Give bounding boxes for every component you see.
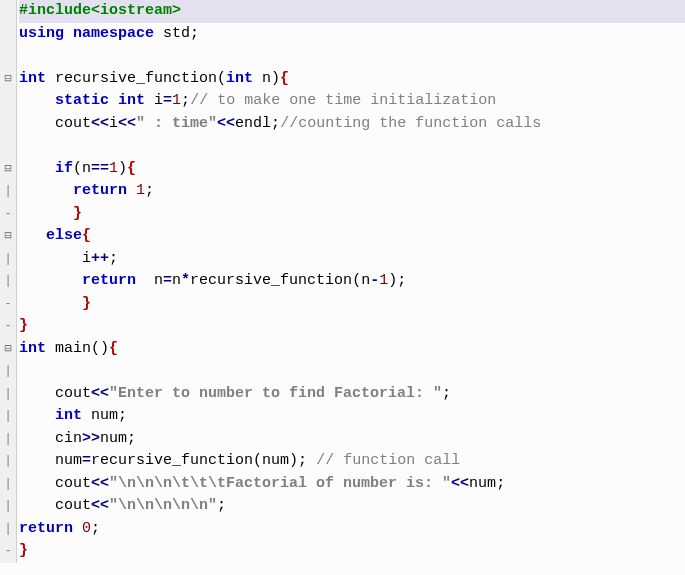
fold-marker [0,135,16,158]
token-k: using [19,25,64,42]
token-op: >> [82,430,100,447]
code-line: } [19,293,685,316]
token-op: << [118,115,136,132]
token-op: = [163,92,172,109]
token-op: << [91,475,109,492]
fold-marker: - [0,293,16,316]
token-op: << [91,115,109,132]
fold-marker [0,23,16,46]
token-id: main [46,340,91,357]
token-id [64,25,73,42]
token-n: 1 [109,160,118,177]
token-p: ; [298,452,307,469]
token-id: i [145,92,163,109]
fold-marker [0,113,16,136]
fold-marker [0,45,16,68]
token-id [19,407,55,424]
token-brace: { [109,340,118,357]
token-id: n [172,272,181,289]
token-c: // to make one time initialization [190,92,496,109]
token-id: num [100,430,127,447]
token-op: ++ [91,250,109,267]
token-p: ; [91,520,100,537]
code-line: int recursive_function(int n){ [19,68,685,91]
token-k: return [73,182,127,199]
token-id [19,205,73,222]
token-n: 0 [82,520,91,537]
token-k: if [55,160,73,177]
token-p: ( [352,272,361,289]
token-brace: } [19,317,28,334]
token-id: cout [19,497,91,514]
fold-marker[interactable]: ⊟ [0,68,16,91]
token-op: << [91,497,109,514]
code-line: return n=n*recursive_function(n-1); [19,270,685,293]
token-id: recursive_function [46,70,217,87]
fold-marker: | [0,180,16,203]
token-id: num [82,407,118,424]
fold-marker: | [0,270,16,293]
code-line: } [19,203,685,226]
code-line: return 1; [19,180,685,203]
token-pp: #include [19,2,91,19]
token-id [19,160,55,177]
code-line [19,360,685,383]
token-id: cout [19,385,91,402]
token-p: ; [217,497,226,514]
token-p: ( [73,160,82,177]
code-line: int num; [19,405,685,428]
code-area: #include<iostream>using namespace std; i… [17,0,685,563]
token-p: ; [109,250,118,267]
token-op: = [82,452,91,469]
fold-marker: - [0,315,16,338]
code-line [19,45,685,68]
code-line: cin>>num; [19,428,685,451]
token-p: ; [496,475,505,492]
token-p: ; [190,25,199,42]
token-k: int [19,70,46,87]
fold-gutter: ⊟⊟|-⊟||--⊟||||||||- [0,0,17,563]
token-p: ( [253,452,262,469]
token-id [73,520,82,537]
token-c: //counting the function calls [280,115,541,132]
token-s: "\n\n\n\t\t\tFactorial of number is: " [109,475,451,492]
code-line: int main(){ [19,338,685,361]
token-id [19,295,82,312]
token-id: n [361,272,370,289]
token-p: ) [118,160,127,177]
code-line: if(n==1){ [19,158,685,181]
token-s: " : time" [136,115,217,132]
token-id [19,182,73,199]
token-id [109,92,118,109]
fold-marker[interactable]: ⊟ [0,158,16,181]
token-k: namespace [73,25,154,42]
code-editor: ⊟⊟|-⊟||--⊟||||||||- #include<iostream>us… [0,0,685,563]
token-id: std [154,25,190,42]
token-brace: } [19,542,28,559]
token-p: ; [127,430,136,447]
token-brace: } [73,205,82,222]
token-k: int [19,340,46,357]
token-inc: <iostream> [91,2,181,19]
fold-marker: | [0,518,16,541]
token-id: i [109,115,118,132]
fold-marker[interactable]: ⊟ [0,338,16,361]
token-op: * [181,272,190,289]
token-n: 1 [136,182,145,199]
token-id: cout [19,475,91,492]
token-id: num [469,475,496,492]
fold-marker: | [0,428,16,451]
token-id: endl [235,115,271,132]
token-p: ) [388,272,397,289]
token-k: return [19,520,73,537]
code-line: return 0; [19,518,685,541]
token-id: recursive_function [190,272,352,289]
fold-marker: | [0,405,16,428]
code-line: i++; [19,248,685,271]
token-op: << [91,385,109,402]
token-p: ) [271,70,280,87]
token-k: int [55,407,82,424]
fold-marker[interactable]: ⊟ [0,225,16,248]
fold-marker: - [0,540,16,563]
token-id: recursive_function [91,452,253,469]
